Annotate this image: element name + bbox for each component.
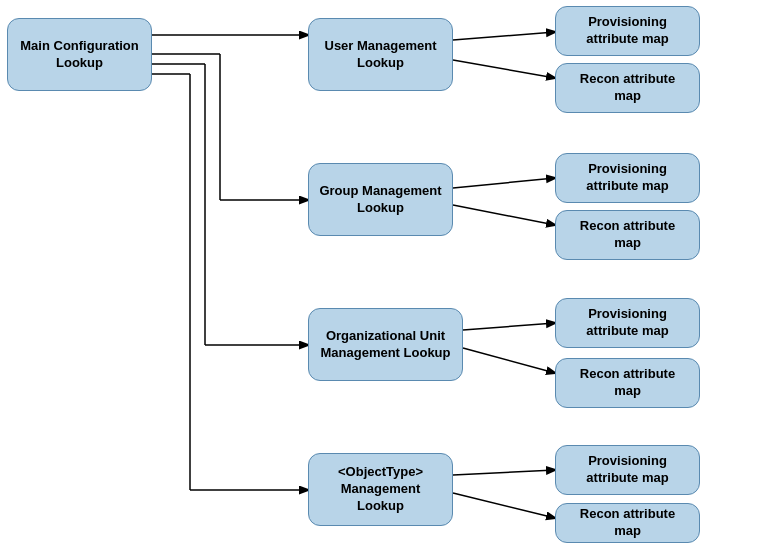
- user-management-node: User Management Lookup: [308, 18, 453, 91]
- svg-line-13: [453, 205, 555, 225]
- svg-line-16: [453, 470, 555, 475]
- org-provisioning-map-node: Provisioning attribute map: [555, 298, 700, 348]
- group-provisioning-map-node: Provisioning attribute map: [555, 153, 700, 203]
- svg-line-15: [463, 348, 555, 373]
- user-recon-map-node: Recon attribute map: [555, 63, 700, 113]
- svg-line-11: [453, 60, 555, 78]
- svg-line-17: [453, 493, 555, 518]
- svg-line-14: [463, 323, 555, 330]
- user-provisioning-map-node: Provisioning attribute map: [555, 6, 700, 56]
- objecttype-management-node: <ObjectType> Management Lookup: [308, 453, 453, 526]
- group-management-node: Group Management Lookup: [308, 163, 453, 236]
- org-unit-management-node: Organizational Unit Management Lookup: [308, 308, 463, 381]
- svg-line-10: [453, 32, 555, 40]
- obj-recon-map-node: Recon attribute map: [555, 503, 700, 543]
- group-recon-map-node: Recon attribute map: [555, 210, 700, 260]
- org-recon-map-node: Recon attribute map: [555, 358, 700, 408]
- obj-provisioning-map-node: Provisioning attribute map: [555, 445, 700, 495]
- diagram: Main Configuration Lookup User Managemen…: [0, 0, 767, 544]
- main-config-node: Main Configuration Lookup: [7, 18, 152, 91]
- svg-line-12: [453, 178, 555, 188]
